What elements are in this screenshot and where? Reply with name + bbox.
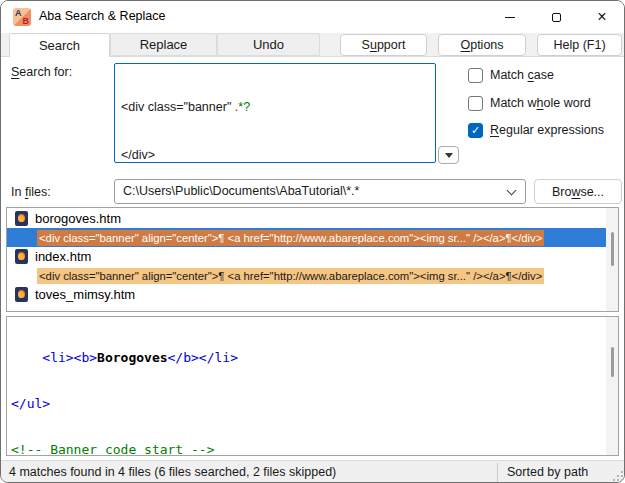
- maximize-icon: [552, 13, 561, 22]
- window-title: Aba Search & Replace: [39, 9, 165, 23]
- search-input[interactable]: <div class="banner" .*? </div>: [114, 63, 436, 163]
- tab-search[interactable]: Search: [9, 33, 110, 57]
- checkbox-unchecked-icon: [468, 68, 483, 83]
- match-text-highlight: <div class="banner" align="center">¶ <a …: [37, 230, 544, 246]
- status-divider: [497, 463, 498, 482]
- close-button[interactable]: ×: [579, 1, 625, 33]
- tab-replace[interactable]: Replace: [110, 33, 217, 56]
- status-matches-text: 4 matches found in 4 files (6 files sear…: [9, 461, 336, 483]
- match-row-selected[interactable]: <div class="banner" align="center">¶ <a …: [7, 228, 608, 247]
- help-button[interactable]: Help (F1): [537, 34, 622, 56]
- match-whole-word-checkbox[interactable]: Match whole word: [468, 95, 591, 111]
- html-file-icon: [15, 211, 28, 226]
- checkbox-checked-icon: ✓: [468, 123, 483, 138]
- minimize-icon: [505, 17, 515, 18]
- support-button[interactable]: Support: [340, 34, 427, 56]
- checkbox-unchecked-icon: [468, 96, 483, 111]
- status-bar: 4 matches found in 4 files (6 files sear…: [1, 460, 625, 483]
- dropdown-arrow-icon: [445, 153, 453, 158]
- match-case-checkbox[interactable]: Match case: [468, 67, 554, 83]
- code-line: <li><b>Borogoves</b></li>: [11, 350, 618, 365]
- in-files-combobox[interactable]: C:\Users\Public\Documents\AbaTutorial\*.…: [114, 179, 526, 204]
- html-file-icon: [15, 287, 28, 302]
- app-logo-icon: AB: [13, 8, 31, 26]
- search-pattern-line1: <div class="banner" .*?: [121, 99, 429, 115]
- tab-undo[interactable]: Undo: [217, 33, 320, 56]
- regular-expressions-checkbox[interactable]: ✓ Regular expressions: [468, 122, 604, 138]
- scrollbar-thumb[interactable]: [611, 232, 614, 266]
- preview-scrollbar[interactable]: [606, 317, 618, 455]
- code-line: <!-- Banner code start -->: [11, 442, 618, 456]
- scrollbar-thumb[interactable]: [611, 347, 614, 377]
- tab-strip: Search Replace Undo Support Options Help…: [1, 33, 625, 57]
- in-files-label: In files:: [11, 185, 51, 199]
- file-row[interactable]: index.htm: [7, 247, 608, 266]
- match-row[interactable]: <div class="banner" align="center">¶ <a …: [7, 266, 608, 285]
- file-row[interactable]: borogoves.htm: [7, 209, 608, 228]
- search-for-label: Search for:: [11, 65, 72, 79]
- html-file-icon: [15, 249, 28, 264]
- maximize-button[interactable]: [533, 1, 579, 33]
- search-history-dropdown-button[interactable]: [438, 146, 459, 164]
- file-row[interactable]: toves_mimsy.htm: [7, 285, 608, 304]
- code-line: </ul>: [11, 396, 618, 411]
- status-sort-text: Sorted by path: [507, 461, 588, 483]
- preview-pane[interactable]: <li><b>Borogoves</b></li> </ul> <!-- Ban…: [6, 316, 619, 456]
- results-list: borogoves.htm <div class="banner" align=…: [6, 207, 619, 312]
- app-window: AB Aba Search & Replace × Search Replace…: [0, 0, 625, 483]
- options-button[interactable]: Options: [438, 34, 526, 56]
- match-text-highlight: <div class="banner" align="center">¶ <a …: [37, 268, 544, 284]
- title-bar[interactable]: AB Aba Search & Replace ×: [1, 1, 625, 33]
- chevron-down-icon: [507, 186, 517, 196]
- minimize-button[interactable]: [487, 1, 533, 33]
- results-scrollbar[interactable]: [606, 208, 618, 311]
- search-pattern-line2: </div>: [121, 147, 429, 163]
- resize-grip-icon[interactable]: [621, 479, 623, 481]
- in-files-path: C:\Users\Public\Documents\AbaTutorial\*.…: [123, 180, 359, 203]
- browse-button[interactable]: Browse...: [534, 179, 622, 204]
- close-icon: ×: [597, 9, 606, 25]
